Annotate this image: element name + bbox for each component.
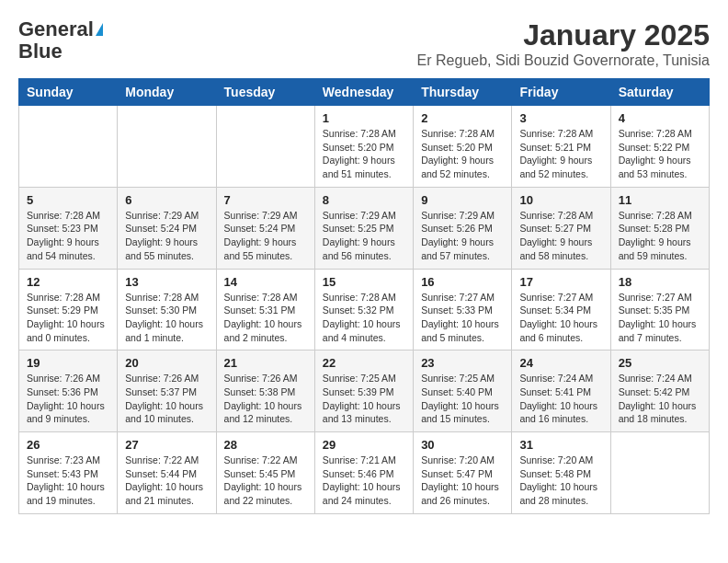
calendar-cell: 23Sunrise: 7:25 AM Sunset: 5:40 PM Dayli… [414, 350, 512, 432]
calendar-cell: 4Sunrise: 7:28 AM Sunset: 5:22 PM Daylig… [610, 106, 709, 188]
day-info: Sunrise: 7:27 AM Sunset: 5:34 PM Dayligh… [519, 291, 602, 345]
day-number: 15 [323, 275, 405, 289]
weekday-header: Sunday [19, 79, 118, 106]
calendar-cell: 10Sunrise: 7:28 AM Sunset: 5:27 PM Dayli… [512, 187, 610, 269]
calendar-cell: 5Sunrise: 7:28 AM Sunset: 5:23 PM Daylig… [19, 187, 118, 269]
day-number: 3 [519, 111, 602, 125]
day-info: Sunrise: 7:20 AM Sunset: 5:47 PM Dayligh… [421, 454, 504, 508]
calendar-cell: 9Sunrise: 7:29 AM Sunset: 5:26 PM Daylig… [414, 187, 512, 269]
day-number: 29 [323, 438, 405, 452]
day-info: Sunrise: 7:23 AM Sunset: 5:43 PM Dayligh… [27, 454, 109, 508]
calendar-cell: 11Sunrise: 7:28 AM Sunset: 5:28 PM Dayli… [610, 187, 709, 269]
day-info: Sunrise: 7:28 AM Sunset: 5:31 PM Dayligh… [224, 291, 307, 345]
day-info: Sunrise: 7:29 AM Sunset: 5:24 PM Dayligh… [125, 209, 208, 263]
day-number: 7 [224, 193, 307, 207]
calendar-cell: 12Sunrise: 7:28 AM Sunset: 5:29 PM Dayli… [19, 269, 118, 350]
calendar-week-row: 19Sunrise: 7:26 AM Sunset: 5:36 PM Dayli… [19, 350, 710, 432]
day-info: Sunrise: 7:27 AM Sunset: 5:33 PM Dayligh… [421, 291, 504, 345]
calendar-cell: 29Sunrise: 7:21 AM Sunset: 5:46 PM Dayli… [314, 432, 413, 514]
day-info: Sunrise: 7:21 AM Sunset: 5:46 PM Dayligh… [323, 454, 405, 508]
calendar-cell: 19Sunrise: 7:26 AM Sunset: 5:36 PM Dayli… [19, 350, 118, 432]
day-number: 5 [27, 193, 109, 207]
calendar-table: SundayMondayTuesdayWednesdayThursdayFrid… [18, 78, 710, 514]
logo-general: General [18, 18, 94, 40]
day-number: 27 [125, 438, 208, 452]
day-info: Sunrise: 7:25 AM Sunset: 5:40 PM Dayligh… [421, 372, 504, 426]
weekday-header: Friday [512, 79, 610, 106]
day-number: 20 [125, 356, 208, 370]
day-info: Sunrise: 7:20 AM Sunset: 5:48 PM Dayligh… [519, 454, 602, 508]
calendar-cell [19, 106, 118, 188]
calendar-cell: 25Sunrise: 7:24 AM Sunset: 5:42 PM Dayli… [610, 350, 709, 432]
day-info: Sunrise: 7:28 AM Sunset: 5:23 PM Dayligh… [27, 209, 109, 263]
day-info: Sunrise: 7:28 AM Sunset: 5:22 PM Dayligh… [619, 127, 701, 181]
day-number: 31 [519, 438, 602, 452]
weekday-header-row: SundayMondayTuesdayWednesdayThursdayFrid… [19, 79, 710, 106]
calendar-cell: 20Sunrise: 7:26 AM Sunset: 5:37 PM Dayli… [118, 350, 216, 432]
calendar-cell: 22Sunrise: 7:25 AM Sunset: 5:39 PM Dayli… [314, 350, 413, 432]
day-info: Sunrise: 7:29 AM Sunset: 5:25 PM Dayligh… [323, 209, 405, 263]
weekday-header: Tuesday [216, 79, 314, 106]
day-number: 1 [323, 111, 405, 125]
day-number: 11 [619, 193, 701, 207]
day-number: 18 [619, 275, 701, 289]
calendar-cell [118, 106, 216, 188]
calendar-cell: 27Sunrise: 7:22 AM Sunset: 5:44 PM Dayli… [118, 432, 216, 514]
day-number: 23 [421, 356, 504, 370]
calendar-cell: 31Sunrise: 7:20 AM Sunset: 5:48 PM Dayli… [512, 432, 610, 514]
day-number: 24 [519, 356, 602, 370]
day-info: Sunrise: 7:28 AM Sunset: 5:30 PM Dayligh… [125, 291, 208, 345]
day-info: Sunrise: 7:28 AM Sunset: 5:27 PM Dayligh… [519, 209, 602, 263]
day-info: Sunrise: 7:28 AM Sunset: 5:20 PM Dayligh… [421, 127, 504, 181]
calendar-cell: 21Sunrise: 7:26 AM Sunset: 5:38 PM Dayli… [216, 350, 314, 432]
day-info: Sunrise: 7:27 AM Sunset: 5:35 PM Dayligh… [619, 291, 701, 345]
day-info: Sunrise: 7:22 AM Sunset: 5:45 PM Dayligh… [224, 454, 307, 508]
day-number: 2 [421, 111, 504, 125]
calendar-cell: 7Sunrise: 7:29 AM Sunset: 5:24 PM Daylig… [216, 187, 314, 269]
day-info: Sunrise: 7:29 AM Sunset: 5:26 PM Dayligh… [421, 209, 504, 263]
calendar-cell: 3Sunrise: 7:28 AM Sunset: 5:21 PM Daylig… [512, 106, 610, 188]
weekday-header: Monday [118, 79, 216, 106]
calendar-header: SundayMondayTuesdayWednesdayThursdayFrid… [19, 79, 710, 106]
day-info: Sunrise: 7:24 AM Sunset: 5:41 PM Dayligh… [519, 372, 602, 426]
calendar-cell: 30Sunrise: 7:20 AM Sunset: 5:47 PM Dayli… [414, 432, 512, 514]
day-info: Sunrise: 7:28 AM Sunset: 5:29 PM Dayligh… [27, 291, 109, 345]
weekday-header: Wednesday [314, 79, 413, 106]
day-number: 6 [125, 193, 208, 207]
calendar-week-row: 26Sunrise: 7:23 AM Sunset: 5:43 PM Dayli… [19, 432, 710, 514]
day-info: Sunrise: 7:28 AM Sunset: 5:28 PM Dayligh… [619, 209, 701, 263]
calendar-cell: 6Sunrise: 7:29 AM Sunset: 5:24 PM Daylig… [118, 187, 216, 269]
calendar-cell: 16Sunrise: 7:27 AM Sunset: 5:33 PM Dayli… [414, 269, 512, 350]
calendar-cell: 2Sunrise: 7:28 AM Sunset: 5:20 PM Daylig… [414, 106, 512, 188]
calendar-cell [216, 106, 314, 188]
calendar-body: 1Sunrise: 7:28 AM Sunset: 5:20 PM Daylig… [19, 106, 710, 514]
calendar-week-row: 1Sunrise: 7:28 AM Sunset: 5:20 PM Daylig… [19, 106, 710, 188]
day-number: 16 [421, 275, 504, 289]
logo-blue: Blue [18, 40, 63, 63]
calendar-cell: 28Sunrise: 7:22 AM Sunset: 5:45 PM Dayli… [216, 432, 314, 514]
calendar-cell: 8Sunrise: 7:29 AM Sunset: 5:25 PM Daylig… [314, 187, 413, 269]
day-info: Sunrise: 7:24 AM Sunset: 5:42 PM Dayligh… [619, 372, 701, 426]
day-info: Sunrise: 7:28 AM Sunset: 5:21 PM Dayligh… [519, 127, 602, 181]
day-number: 21 [224, 356, 307, 370]
day-number: 10 [519, 193, 602, 207]
calendar-cell: 17Sunrise: 7:27 AM Sunset: 5:34 PM Dayli… [512, 269, 610, 350]
calendar-cell: 26Sunrise: 7:23 AM Sunset: 5:43 PM Dayli… [19, 432, 118, 514]
day-info: Sunrise: 7:22 AM Sunset: 5:44 PM Dayligh… [125, 454, 208, 508]
day-info: Sunrise: 7:29 AM Sunset: 5:24 PM Dayligh… [224, 209, 307, 263]
calendar-cell: 15Sunrise: 7:28 AM Sunset: 5:32 PM Dayli… [314, 269, 413, 350]
day-number: 26 [27, 438, 109, 452]
day-info: Sunrise: 7:28 AM Sunset: 5:20 PM Dayligh… [323, 127, 405, 181]
day-number: 25 [619, 356, 701, 370]
day-number: 19 [27, 356, 109, 370]
day-number: 12 [27, 275, 109, 289]
calendar-cell: 24Sunrise: 7:24 AM Sunset: 5:41 PM Dayli… [512, 350, 610, 432]
day-info: Sunrise: 7:28 AM Sunset: 5:32 PM Dayligh… [323, 291, 405, 345]
day-number: 14 [224, 275, 307, 289]
calendar-cell: 1Sunrise: 7:28 AM Sunset: 5:20 PM Daylig… [314, 106, 413, 188]
day-number: 13 [125, 275, 208, 289]
day-number: 22 [323, 356, 405, 370]
page-title: January 2025 [417, 18, 710, 52]
day-number: 8 [323, 193, 405, 207]
day-number: 9 [421, 193, 504, 207]
